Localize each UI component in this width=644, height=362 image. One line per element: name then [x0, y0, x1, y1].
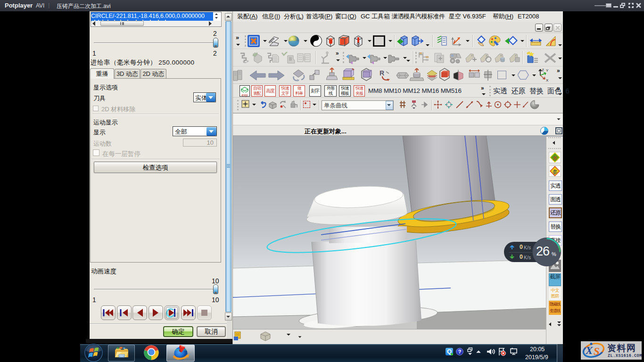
- svg-text:R: R: [380, 69, 384, 77]
- svg-text:参: 参: [553, 169, 558, 174]
- svg-text:S: S: [594, 346, 600, 357]
- svg-text:X: X: [546, 78, 549, 82]
- svg-text:X: X: [585, 345, 593, 356]
- svg-text:夹: 夹: [553, 155, 558, 161]
- svg-text:Y: Y: [546, 68, 549, 73]
- svg-text:Z: Z: [542, 68, 544, 72]
